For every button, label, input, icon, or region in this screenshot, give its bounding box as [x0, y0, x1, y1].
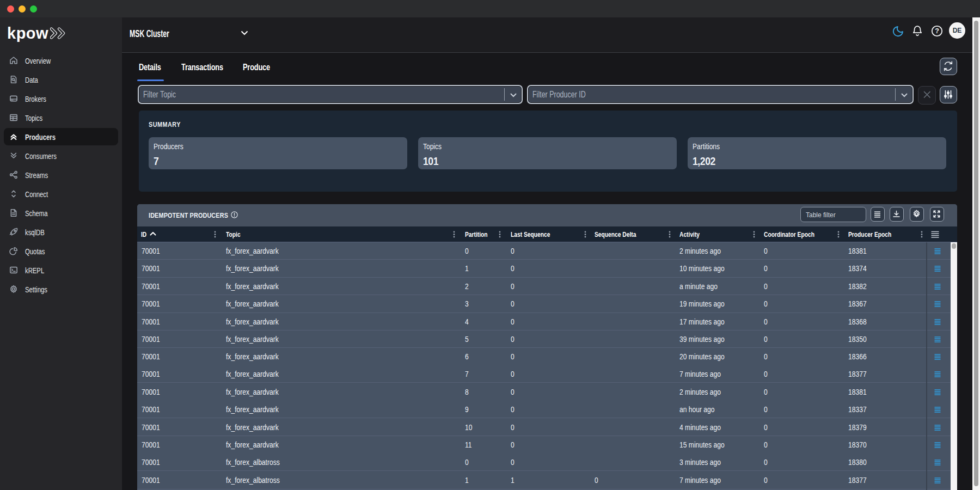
- svg-text:?: ?: [935, 27, 939, 35]
